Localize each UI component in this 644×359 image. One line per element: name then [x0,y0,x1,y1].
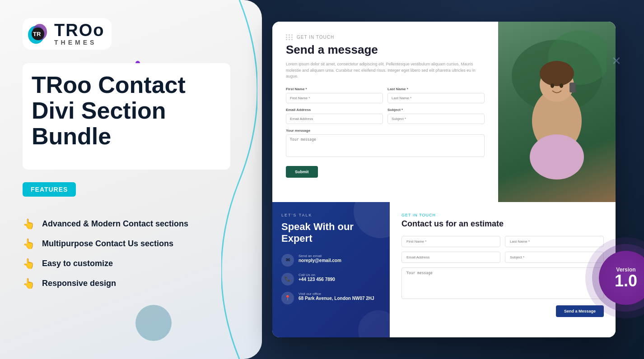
deco-x-bg: ✕ [611,54,621,68]
bottom-section: LET'S TALK Speak With our Expert ✉ Send … [272,202,616,337]
lets-talk-label: LET'S TALK [281,213,381,217]
first-name-group: First Name * [286,87,383,103]
address-info: 📍 Visit our office 68 Park Avenue, Londo… [281,292,381,304]
message-label: Your message [286,129,485,133]
right-form-row-name [401,236,604,247]
message-group: Your message [286,129,485,157]
features-badge: FEATURES [23,182,76,197]
version-number: 1.0 [615,273,637,289]
address-info-value: 68 Park Avenue, London NW07 2HJ [299,296,374,301]
get-in-touch-label: GET IN TOUCH [286,34,485,40]
email-text: Send an email noreply@email.com [299,254,341,263]
email-info-label: Send an email [299,254,341,258]
form-row-name: First Name * Last Name * [286,87,485,103]
blue-contact-section: LET'S TALK Speak With our Expert ✉ Send … [272,202,390,337]
last-name-group: Last Name * [387,87,485,103]
feature-text-2: Multipurpose Contact Us sections [42,239,173,249]
form-main-title: Send a message [286,43,485,57]
feature-icon-3: 👆 [23,258,35,270]
email-input[interactable] [286,114,383,124]
product-title-area: TRoo Contact Divi Section Bundle [23,63,230,170]
right-subject-input[interactable] [505,252,604,263]
left-panel: TR TROo THEMES TRoo Contact Divi Section… [0,0,253,359]
right-form-row-email [401,252,604,263]
address-text: Visit our office 68 Park Avenue, London … [299,292,374,301]
get-in-touch-text: GET IN TOUCH [297,35,334,40]
right-panel: ✕ GET IN TOUCH Send a message Lorem ipsu [253,0,644,359]
phone-icon: 📞 [281,273,294,285]
right-form-title: Contact us for an estimate [401,219,604,229]
form-section-left: GET IN TOUCH Send a message Lorem ipsum … [272,22,498,202]
email-group: Email Address [286,108,383,124]
email-icon: ✉ [281,254,294,267]
last-name-label: Last Name * [387,87,485,91]
version-label: Version [616,267,635,273]
title-line1: TRoo Contact [32,72,186,98]
first-name-input[interactable] [286,93,383,103]
phone-info-value: +44 123 456 7890 [299,277,335,282]
right-get-label: GET IN TOUCH [401,213,604,217]
feature-text-1: Advanced & Modern Contact sections [42,219,188,229]
svg-point-9 [530,134,584,180]
feature-text-3: Easy to customize [42,259,113,268]
email-info: ✉ Send an email noreply@email.com [281,254,381,267]
first-name-label: First Name * [286,87,383,91]
right-first-name-input[interactable] [401,236,500,247]
address-info-label: Visit our office [299,292,374,296]
feature-icon-4: 👆 [23,278,35,290]
dots-decoration [286,34,293,40]
subject-group: Subject * [387,108,485,124]
svg-point-12 [560,83,563,88]
right-email-input[interactable] [401,252,500,263]
speak-title: Speak With our Expert [281,221,381,245]
subject-label: Subject * [387,108,485,112]
features-list: 👆 Advanced & Modern Contact sections 👆 M… [23,218,230,290]
feature-icon-1: 👆 [23,218,35,230]
main-container: TR TROo THEMES TRoo Contact Divi Section… [0,0,644,359]
svg-text:TR: TR [33,31,41,37]
feature-item-2: 👆 Multipurpose Contact Us sections [23,238,230,250]
feature-item-4: 👆 Responsive design [23,278,230,290]
svg-point-8 [540,61,574,86]
title-line3: Bundle [32,123,111,149]
subject-input[interactable] [387,114,485,124]
person-illustration [507,31,607,202]
contact-image [498,22,616,202]
logo-brand-name: TROo [54,22,104,39]
logo-sub-text: THEMES [54,39,104,46]
right-submit-button[interactable]: Send a Message [556,305,604,317]
message-textarea[interactable] [286,134,485,157]
feature-icon-2: 👆 [23,238,35,250]
top-contact-section: GET IN TOUCH Send a message Lorem ipsum … [272,22,616,202]
right-last-name-input[interactable] [505,236,604,247]
email-info-value: noreply@email.com [299,258,341,263]
logo-text: TROo THEMES [54,22,104,46]
feature-text-4: Responsive design [42,279,116,288]
right-contact-form: GET IN TOUCH Contact us for an estimate … [390,202,616,337]
features-section: FEATURES ✕ △ [23,182,230,209]
form-description: Lorem ipsum dolor sit amet, consectetur … [286,61,485,80]
product-title: TRoo Contact Divi Section Bundle [32,72,217,150]
contact-image-inner [498,22,616,202]
svg-rect-10 [569,83,576,92]
form-row-email: Email Address Subject * [286,108,485,124]
email-label: Email Address [286,108,383,112]
phone-text: Call Us on +44 123 456 7890 [299,273,335,282]
last-name-input[interactable] [387,93,485,103]
deco-ring-bottom [135,305,172,341]
preview-container: GET IN TOUCH Send a message Lorem ipsum … [272,22,616,337]
logo-area: TR TROo THEMES [23,18,230,50]
phone-info-label: Call Us on [299,273,335,277]
svg-point-11 [551,83,554,88]
logo-background: TR TROo THEMES [23,18,112,50]
title-line2: Divi Section [32,97,166,124]
location-icon: 📍 [281,292,294,304]
submit-button[interactable]: Submit [286,166,318,178]
right-message-textarea[interactable] [401,267,604,299]
feature-item-3: 👆 Easy to customize [23,258,230,270]
phone-info: 📞 Call Us on +44 123 456 7890 [281,273,381,285]
feature-item-1: 👆 Advanced & Modern Contact sections [23,218,230,230]
logo-icon: TR [26,22,50,46]
